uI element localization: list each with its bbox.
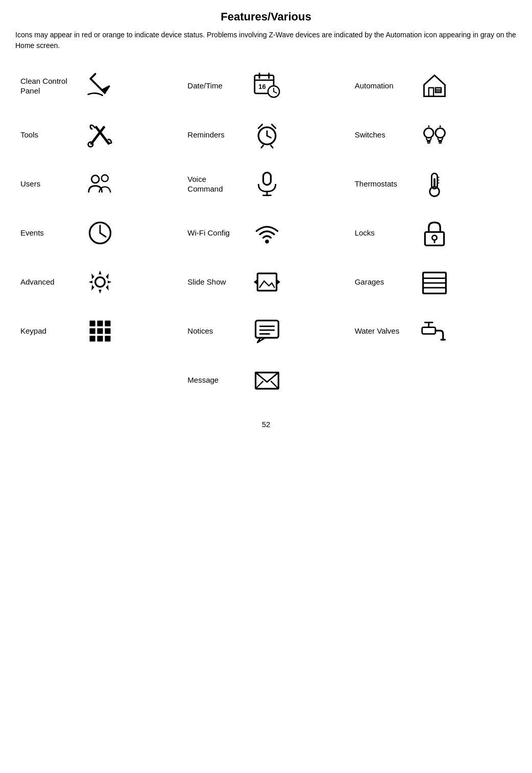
item-notices[interactable]: Notices [182, 307, 349, 356]
switches-icon [419, 120, 450, 150]
automation-icon [419, 71, 450, 101]
item-tools[interactable]: Tools [15, 110, 182, 159]
item-slide-show[interactable]: Slide Show [182, 257, 349, 307]
svg-point-32 [91, 175, 99, 183]
item-clean-control-panel[interactable]: Clean Control Panel [15, 61, 182, 110]
locks-icon [419, 218, 450, 248]
svg-point-28 [436, 128, 445, 138]
item-switches[interactable]: Switches [350, 110, 517, 159]
item-wifi-config[interactable]: Wi-Fi Config [182, 208, 349, 257]
label-wifi-config: Wi-Fi Config [187, 228, 244, 238]
svg-rect-69 [422, 327, 435, 334]
label-events: Events [20, 228, 77, 238]
svg-point-50 [95, 277, 105, 287]
item-empty2 [350, 356, 517, 405]
label-advanced: Advanced [20, 277, 77, 287]
svg-rect-60 [97, 328, 103, 334]
item-users[interactable]: Users [15, 159, 182, 208]
item-message[interactable]: Message [182, 356, 349, 405]
tools-icon [85, 120, 115, 150]
label-automation: Automation [355, 81, 411, 91]
item-thermostats[interactable]: Thermostats [350, 159, 517, 208]
thermostats-icon [419, 169, 450, 199]
label-users: Users [20, 179, 77, 189]
users-icon [85, 169, 115, 199]
label-locks: Locks [355, 228, 411, 238]
svg-rect-64 [105, 336, 110, 341]
label-notices: Notices [187, 326, 244, 336]
label-water-valves: Water Valves [355, 326, 411, 336]
item-keypad[interactable]: Keypad [15, 307, 182, 356]
svg-rect-56 [89, 320, 95, 326]
item-reminders[interactable]: Reminders [182, 110, 349, 159]
svg-line-1 [90, 74, 95, 79]
svg-point-15 [88, 142, 93, 147]
svg-line-75 [256, 381, 263, 389]
keypad-icon [85, 316, 115, 346]
svg-point-46 [265, 240, 269, 243]
item-water-valves[interactable]: Water Valves [350, 307, 517, 356]
label-reminders: Reminders [187, 130, 244, 140]
voice-command-icon [252, 169, 282, 199]
events-icon [85, 218, 115, 248]
svg-rect-63 [97, 336, 103, 341]
svg-rect-47 [425, 232, 444, 245]
message-icon [252, 365, 282, 395]
svg-line-45 [100, 233, 106, 237]
label-tools: Tools [20, 130, 77, 140]
garages-icon [419, 267, 450, 297]
svg-rect-62 [89, 336, 95, 341]
label-garages: Garages [355, 277, 411, 287]
slide-show-icon [252, 267, 282, 297]
svg-rect-59 [89, 328, 95, 334]
svg-line-23 [271, 146, 273, 148]
svg-line-76 [271, 381, 279, 389]
svg-point-24 [424, 128, 433, 138]
svg-line-22 [261, 146, 263, 148]
svg-rect-61 [105, 328, 110, 334]
svg-rect-65 [256, 320, 279, 338]
page-title: Features/Various [15, 10, 517, 24]
svg-rect-10 [428, 88, 433, 97]
label-message: Message [187, 375, 244, 385]
notices-icon [252, 316, 282, 346]
label-thermostats: Thermostats [355, 179, 411, 189]
svg-rect-34 [263, 173, 271, 185]
svg-text:16: 16 [259, 83, 267, 90]
svg-point-33 [102, 175, 108, 181]
item-events[interactable]: Events [15, 208, 182, 257]
date-time-icon: 16 [252, 71, 282, 101]
reminders-icon [252, 120, 282, 150]
svg-line-21 [272, 124, 276, 128]
item-automation[interactable]: Automation [350, 61, 517, 110]
label-voice-command: Voice Command [187, 174, 244, 194]
svg-rect-51 [258, 273, 277, 291]
item-date-time[interactable]: Date/Time 16 [182, 61, 349, 110]
advanced-icon [85, 267, 115, 297]
svg-line-19 [267, 136, 271, 138]
page-number: 52 [15, 420, 517, 429]
item-voice-command[interactable]: Voice Command [182, 159, 349, 208]
label-keypad: Keypad [20, 326, 77, 336]
svg-rect-57 [97, 320, 103, 326]
label-date-time: Date/Time [187, 81, 244, 91]
item-garages[interactable]: Garages [350, 257, 517, 307]
intro-text: Icons may appear in red or orange to ind… [15, 30, 517, 51]
water-valves-icon [419, 316, 450, 346]
label-clean-control-panel: Clean Control Panel [20, 76, 77, 96]
svg-rect-58 [105, 320, 110, 326]
item-locks[interactable]: Locks [350, 208, 517, 257]
wifi-config-icon [252, 218, 282, 248]
features-grid: Clean Control Panel Date/Time 16 [15, 61, 517, 405]
svg-line-20 [259, 124, 262, 128]
label-switches: Switches [355, 130, 411, 140]
label-slide-show: Slide Show [187, 277, 244, 287]
item-empty1 [15, 356, 182, 405]
clean-control-panel-icon [85, 71, 115, 101]
item-advanced[interactable]: Advanced [15, 257, 182, 307]
